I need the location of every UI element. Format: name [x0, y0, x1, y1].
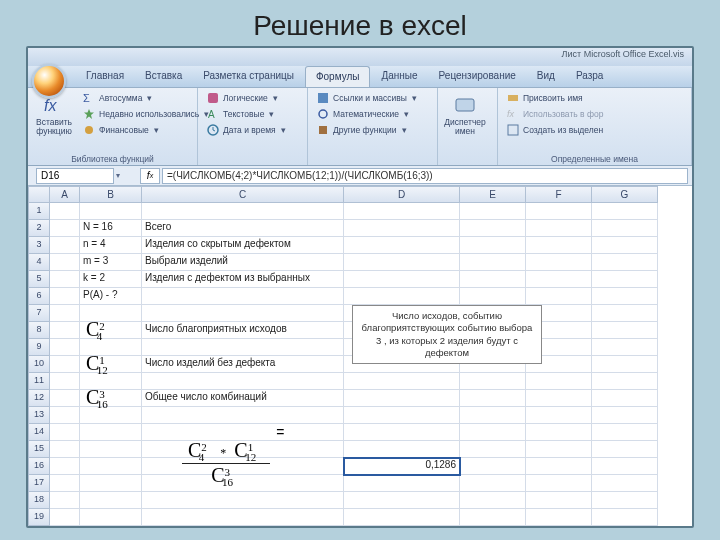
- cell-G10[interactable]: [592, 356, 658, 373]
- cell-F11[interactable]: [526, 373, 592, 390]
- row-header-13[interactable]: 13: [28, 407, 50, 424]
- cell-G9[interactable]: [592, 339, 658, 356]
- cell-G11[interactable]: [592, 373, 658, 390]
- cell-D18[interactable]: [344, 492, 460, 509]
- cell-A13[interactable]: [50, 407, 80, 424]
- cell-A20[interactable]: [50, 526, 80, 528]
- cell-A3[interactable]: [50, 237, 80, 254]
- cell-G19[interactable]: [592, 509, 658, 526]
- cell-D6[interactable]: [344, 288, 460, 305]
- cell-A17[interactable]: [50, 475, 80, 492]
- col-header-G[interactable]: G: [592, 186, 658, 203]
- cell-A10[interactable]: [50, 356, 80, 373]
- fx-button[interactable]: fx: [140, 168, 160, 184]
- lookup-button[interactable]: Ссылки и массивы▾: [314, 91, 420, 105]
- cell-C1[interactable]: [142, 203, 344, 220]
- cell-C4[interactable]: Выбрали изделий: [142, 254, 344, 271]
- cell-B16[interactable]: [80, 458, 142, 475]
- tab-главная[interactable]: Главная: [76, 66, 134, 87]
- cell-G16[interactable]: [592, 458, 658, 475]
- cell-A14[interactable]: [50, 424, 80, 441]
- row-header-19[interactable]: 19: [28, 509, 50, 526]
- office-button[interactable]: [32, 64, 66, 98]
- cell-D1[interactable]: [344, 203, 460, 220]
- cell-B4[interactable]: m = 3: [80, 254, 142, 271]
- cell-E5[interactable]: [460, 271, 526, 288]
- cell-A15[interactable]: [50, 441, 80, 458]
- recent-button[interactable]: Недавно использовались▾: [80, 107, 212, 121]
- logical-button[interactable]: Логические▾: [204, 91, 289, 105]
- cell-E14[interactable]: [460, 424, 526, 441]
- cell-B3[interactable]: n = 4: [80, 237, 142, 254]
- row-header-14[interactable]: 14: [28, 424, 50, 441]
- cell-F2[interactable]: [526, 220, 592, 237]
- row-header-1[interactable]: 1: [28, 203, 50, 220]
- cell-G6[interactable]: [592, 288, 658, 305]
- cell-B18[interactable]: [80, 492, 142, 509]
- create-from-selection-button[interactable]: Создать из выделен: [504, 123, 606, 137]
- cell-G14[interactable]: [592, 424, 658, 441]
- row-header-10[interactable]: 10: [28, 356, 50, 373]
- row-header-12[interactable]: 12: [28, 390, 50, 407]
- cell-E20[interactable]: [460, 526, 526, 528]
- row-header-16[interactable]: 16: [28, 458, 50, 475]
- cell-E12[interactable]: [460, 390, 526, 407]
- cell-C7[interactable]: [142, 305, 344, 322]
- cell-B5[interactable]: k = 2: [80, 271, 142, 288]
- tab-разметка страницы[interactable]: Разметка страницы: [193, 66, 304, 87]
- col-header-E[interactable]: E: [460, 186, 526, 203]
- cell-B6[interactable]: P(A) - ?: [80, 288, 142, 305]
- cell-B2[interactable]: N = 16: [80, 220, 142, 237]
- tab-рецензирование[interactable]: Рецензирование: [429, 66, 526, 87]
- cell-F6[interactable]: [526, 288, 592, 305]
- cell-A9[interactable]: [50, 339, 80, 356]
- cell-A16[interactable]: [50, 458, 80, 475]
- name-box[interactable]: D16: [36, 168, 114, 184]
- define-name-button[interactable]: Присвоить имя: [504, 91, 606, 105]
- cell-D15[interactable]: [344, 441, 460, 458]
- cell-F18[interactable]: [526, 492, 592, 509]
- row-header-8[interactable]: 8: [28, 322, 50, 339]
- cell-A4[interactable]: [50, 254, 80, 271]
- autosum-button[interactable]: ΣАвтосумма▾: [80, 91, 212, 105]
- cell-E18[interactable]: [460, 492, 526, 509]
- tab-вид[interactable]: Вид: [527, 66, 565, 87]
- row-header-11[interactable]: 11: [28, 373, 50, 390]
- cell-C18[interactable]: [142, 492, 344, 509]
- cell-E11[interactable]: [460, 373, 526, 390]
- row-header-3[interactable]: 3: [28, 237, 50, 254]
- cell-A19[interactable]: [50, 509, 80, 526]
- row-header-17[interactable]: 17: [28, 475, 50, 492]
- cell-B1[interactable]: [80, 203, 142, 220]
- cell-F12[interactable]: [526, 390, 592, 407]
- row-header-5[interactable]: 5: [28, 271, 50, 288]
- cell-F19[interactable]: [526, 509, 592, 526]
- cell-C9[interactable]: [142, 339, 344, 356]
- cell-F5[interactable]: [526, 271, 592, 288]
- cell-D17[interactable]: [344, 475, 460, 492]
- cell-F14[interactable]: [526, 424, 592, 441]
- tab-формулы[interactable]: Формулы: [305, 66, 371, 87]
- row-header-6[interactable]: 6: [28, 288, 50, 305]
- cell-C6[interactable]: [142, 288, 344, 305]
- cell-D16[interactable]: 0,1286: [344, 458, 460, 475]
- cell-E2[interactable]: [460, 220, 526, 237]
- cell-C8[interactable]: Число благоприятных исходов: [142, 322, 344, 339]
- cell-C5[interactable]: Изделия с дефектом из выбранных: [142, 271, 344, 288]
- name-box-dropdown[interactable]: ▾: [116, 171, 120, 180]
- cell-A5[interactable]: [50, 271, 80, 288]
- cell-A12[interactable]: [50, 390, 80, 407]
- row-header-7[interactable]: 7: [28, 305, 50, 322]
- cell-F15[interactable]: [526, 441, 592, 458]
- cell-A8[interactable]: [50, 322, 80, 339]
- formula-input[interactable]: =(ЧИСЛКОМБ(4;2)*ЧИСЛКОМБ(12;1))/(ЧИСЛКОМ…: [162, 168, 688, 184]
- cell-G15[interactable]: [592, 441, 658, 458]
- row-header-20[interactable]: 20: [28, 526, 50, 528]
- cell-E3[interactable]: [460, 237, 526, 254]
- cell-C10[interactable]: Число изделий без дефекта: [142, 356, 344, 373]
- text-button[interactable]: AТекстовые▾: [204, 107, 289, 121]
- cell-D4[interactable]: [344, 254, 460, 271]
- cell-D2[interactable]: [344, 220, 460, 237]
- row-header-18[interactable]: 18: [28, 492, 50, 509]
- cell-D14[interactable]: [344, 424, 460, 441]
